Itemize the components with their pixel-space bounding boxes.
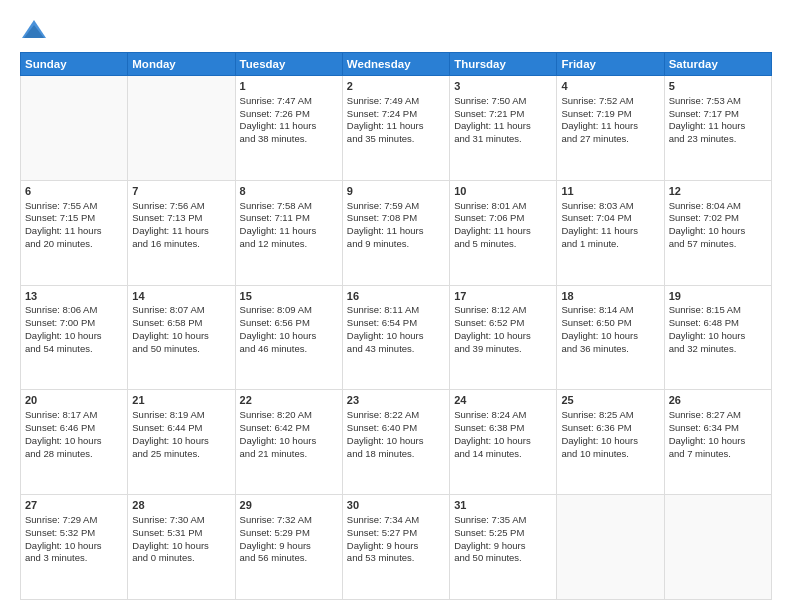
day-info-line: and 9 minutes. xyxy=(347,238,445,251)
day-info-line: and 53 minutes. xyxy=(347,552,445,565)
day-info-line: Sunset: 6:42 PM xyxy=(240,422,338,435)
week-row-5: 27Sunrise: 7:29 AMSunset: 5:32 PMDayligh… xyxy=(21,495,772,600)
day-number: 26 xyxy=(669,393,767,408)
day-info-line: Sunset: 7:19 PM xyxy=(561,108,659,121)
day-info-line: Sunset: 7:04 PM xyxy=(561,212,659,225)
calendar-cell: 28Sunrise: 7:30 AMSunset: 5:31 PMDayligh… xyxy=(128,495,235,600)
day-info-line: Sunset: 7:00 PM xyxy=(25,317,123,330)
day-info-line: and 27 minutes. xyxy=(561,133,659,146)
day-info-line: Sunset: 5:25 PM xyxy=(454,527,552,540)
day-info-line: Sunrise: 7:35 AM xyxy=(454,514,552,527)
day-info-line: Sunset: 5:31 PM xyxy=(132,527,230,540)
day-number: 13 xyxy=(25,289,123,304)
day-info-line: Sunset: 7:06 PM xyxy=(454,212,552,225)
day-info-line: Daylight: 10 hours xyxy=(25,435,123,448)
day-info-line: Sunrise: 8:07 AM xyxy=(132,304,230,317)
day-info-line: Daylight: 9 hours xyxy=(240,540,338,553)
day-info-line: Sunrise: 7:55 AM xyxy=(25,200,123,213)
calendar-cell: 27Sunrise: 7:29 AMSunset: 5:32 PMDayligh… xyxy=(21,495,128,600)
day-info-line: Sunset: 6:40 PM xyxy=(347,422,445,435)
day-info-line: Sunset: 6:38 PM xyxy=(454,422,552,435)
day-info-line: Daylight: 11 hours xyxy=(347,120,445,133)
day-number: 28 xyxy=(132,498,230,513)
day-info-line: Daylight: 10 hours xyxy=(132,435,230,448)
day-number: 21 xyxy=(132,393,230,408)
day-info-line: Daylight: 11 hours xyxy=(240,120,338,133)
day-info-line: and 10 minutes. xyxy=(561,448,659,461)
calendar-cell: 9Sunrise: 7:59 AMSunset: 7:08 PMDaylight… xyxy=(342,180,449,285)
day-info-line: Daylight: 10 hours xyxy=(25,330,123,343)
day-info-line: Sunrise: 7:47 AM xyxy=(240,95,338,108)
day-info-line: and 39 minutes. xyxy=(454,343,552,356)
day-info-line: Sunrise: 8:22 AM xyxy=(347,409,445,422)
day-number: 10 xyxy=(454,184,552,199)
day-info-line: Sunset: 5:27 PM xyxy=(347,527,445,540)
day-info-line: Sunrise: 7:59 AM xyxy=(347,200,445,213)
calendar-cell: 6Sunrise: 7:55 AMSunset: 7:15 PMDaylight… xyxy=(21,180,128,285)
day-info-line: Daylight: 10 hours xyxy=(454,435,552,448)
day-info-line: Sunset: 7:13 PM xyxy=(132,212,230,225)
day-number: 11 xyxy=(561,184,659,199)
weekday-header-wednesday: Wednesday xyxy=(342,53,449,76)
day-info-line: and 14 minutes. xyxy=(454,448,552,461)
day-info-line: Sunrise: 7:56 AM xyxy=(132,200,230,213)
day-info-line: and 36 minutes. xyxy=(561,343,659,356)
day-info-line: Sunrise: 7:58 AM xyxy=(240,200,338,213)
day-info-line: and 56 minutes. xyxy=(240,552,338,565)
day-info-line: and 0 minutes. xyxy=(132,552,230,565)
calendar-cell: 14Sunrise: 8:07 AMSunset: 6:58 PMDayligh… xyxy=(128,285,235,390)
day-info-line: Daylight: 9 hours xyxy=(454,540,552,553)
day-info-line: and 25 minutes. xyxy=(132,448,230,461)
day-info-line: Sunrise: 7:53 AM xyxy=(669,95,767,108)
day-number: 17 xyxy=(454,289,552,304)
day-number: 3 xyxy=(454,79,552,94)
day-info-line: Sunset: 7:02 PM xyxy=(669,212,767,225)
day-number: 22 xyxy=(240,393,338,408)
day-info-line: Sunset: 5:29 PM xyxy=(240,527,338,540)
calendar-cell: 30Sunrise: 7:34 AMSunset: 5:27 PMDayligh… xyxy=(342,495,449,600)
day-info-line: Daylight: 11 hours xyxy=(561,120,659,133)
day-info-line: and 7 minutes. xyxy=(669,448,767,461)
calendar-cell: 23Sunrise: 8:22 AMSunset: 6:40 PMDayligh… xyxy=(342,390,449,495)
day-info-line: Sunrise: 8:01 AM xyxy=(454,200,552,213)
day-info-line: and 43 minutes. xyxy=(347,343,445,356)
day-info-line: Sunrise: 8:17 AM xyxy=(25,409,123,422)
day-info-line: Daylight: 11 hours xyxy=(669,120,767,133)
day-info-line: Daylight: 10 hours xyxy=(132,540,230,553)
day-info-line: Sunset: 6:36 PM xyxy=(561,422,659,435)
calendar-cell: 31Sunrise: 7:35 AMSunset: 5:25 PMDayligh… xyxy=(450,495,557,600)
day-number: 5 xyxy=(669,79,767,94)
day-info-line: Sunrise: 8:27 AM xyxy=(669,409,767,422)
day-info-line: Sunrise: 8:06 AM xyxy=(25,304,123,317)
day-number: 1 xyxy=(240,79,338,94)
day-info-line: Daylight: 10 hours xyxy=(132,330,230,343)
calendar-cell: 12Sunrise: 8:04 AMSunset: 7:02 PMDayligh… xyxy=(664,180,771,285)
day-info-line: Sunrise: 8:12 AM xyxy=(454,304,552,317)
day-number: 19 xyxy=(669,289,767,304)
day-info-line: Sunset: 7:26 PM xyxy=(240,108,338,121)
day-number: 4 xyxy=(561,79,659,94)
day-info-line: Sunrise: 8:20 AM xyxy=(240,409,338,422)
day-number: 9 xyxy=(347,184,445,199)
calendar-cell: 29Sunrise: 7:32 AMSunset: 5:29 PMDayligh… xyxy=(235,495,342,600)
day-info-line: and 46 minutes. xyxy=(240,343,338,356)
calendar-cell: 10Sunrise: 8:01 AMSunset: 7:06 PMDayligh… xyxy=(450,180,557,285)
week-row-3: 13Sunrise: 8:06 AMSunset: 7:00 PMDayligh… xyxy=(21,285,772,390)
day-number: 15 xyxy=(240,289,338,304)
day-info-line: Daylight: 10 hours xyxy=(669,225,767,238)
day-number: 24 xyxy=(454,393,552,408)
day-info-line: Sunrise: 7:49 AM xyxy=(347,95,445,108)
day-number: 25 xyxy=(561,393,659,408)
day-info-line: Daylight: 11 hours xyxy=(347,225,445,238)
day-info-line: and 21 minutes. xyxy=(240,448,338,461)
day-info-line: Sunrise: 8:19 AM xyxy=(132,409,230,422)
day-info-line: Sunset: 7:11 PM xyxy=(240,212,338,225)
calendar-cell: 8Sunrise: 7:58 AMSunset: 7:11 PMDaylight… xyxy=(235,180,342,285)
day-info-line: Sunset: 5:32 PM xyxy=(25,527,123,540)
day-info-line: Sunset: 7:08 PM xyxy=(347,212,445,225)
calendar-cell xyxy=(21,76,128,181)
day-number: 23 xyxy=(347,393,445,408)
day-info-line: Daylight: 10 hours xyxy=(669,435,767,448)
day-info-line: and 50 minutes. xyxy=(454,552,552,565)
day-info-line: and 23 minutes. xyxy=(669,133,767,146)
